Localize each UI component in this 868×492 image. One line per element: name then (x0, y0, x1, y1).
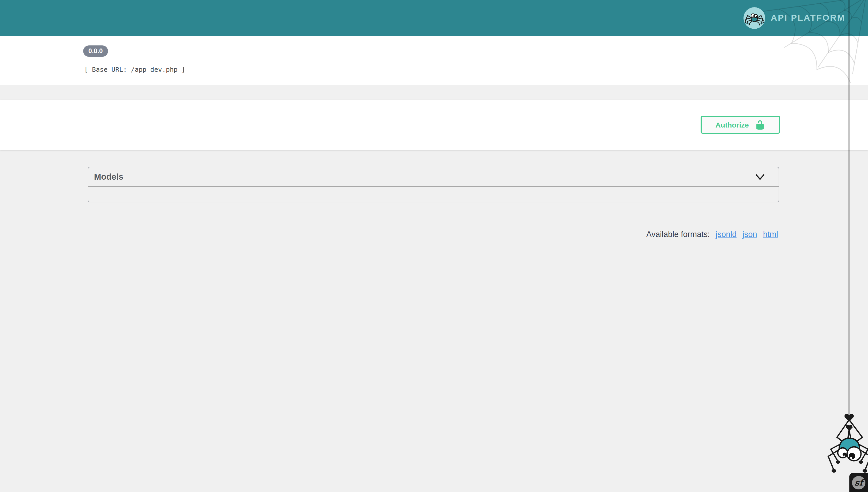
format-link-json[interactable]: json (743, 230, 757, 239)
version-badge: 0.0.0 (83, 45, 108, 56)
page: API PLATFORM 0.0.0 [ Base URL: /app_dev.… (0, 0, 868, 492)
base-url: [ Base URL: /app_dev.php ] (84, 65, 868, 73)
symfony-icon: sf (849, 473, 868, 492)
info-section: 0.0.0 [ Base URL: /app_dev.php ] (0, 36, 868, 85)
format-link-html[interactable]: html (763, 230, 778, 239)
spider-logo-icon (744, 7, 765, 29)
brand-logo[interactable]: API PLATFORM (744, 0, 845, 36)
chevron-down-icon[interactable] (755, 173, 765, 180)
brand-title: API PLATFORM (771, 13, 845, 23)
models-section: Models (88, 167, 779, 202)
authorize-label: Authorize (715, 121, 749, 129)
models-body (88, 187, 779, 202)
authorize-button[interactable]: Authorize (701, 116, 780, 134)
symfony-badge[interactable]: sf (849, 473, 868, 492)
unlock-icon (755, 120, 766, 130)
top-header: API PLATFORM (0, 0, 868, 36)
formats-label: Available formats: (646, 230, 710, 239)
schemes-section: Authorize (0, 100, 868, 150)
format-link-jsonld[interactable]: jsonld (715, 230, 736, 239)
formats-line: Available formats: jsonld json html (88, 230, 780, 239)
main-area: Models Available formats: jsonld json ht… (0, 150, 868, 492)
models-header[interactable]: Models (88, 167, 779, 187)
filter-bar (0, 85, 868, 100)
models-title: Models (94, 172, 123, 182)
